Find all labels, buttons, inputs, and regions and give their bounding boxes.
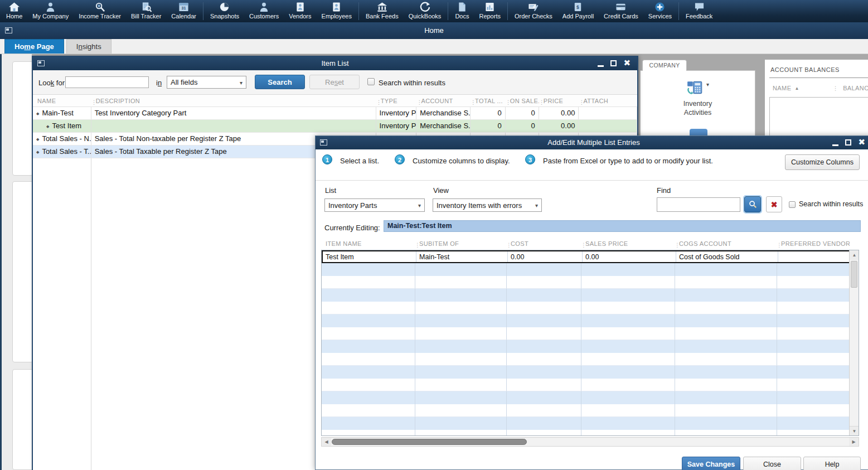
entries-cell[interactable]: [777, 391, 850, 404]
entries-cell[interactable]: [675, 327, 777, 340]
entries-cell[interactable]: [581, 327, 675, 340]
entries-cell[interactable]: [777, 353, 850, 366]
entries-cell[interactable]: [415, 276, 507, 289]
entries-cell[interactable]: [415, 430, 507, 436]
entries-cell[interactable]: [675, 391, 777, 404]
entries-cell[interactable]: [581, 430, 675, 436]
entries-cell[interactable]: [507, 353, 581, 366]
toolbar-item-quickbooks[interactable]: QuickBooks: [404, 0, 447, 22]
toolbar-item-calendar[interactable]: 31Calendar: [166, 0, 201, 22]
find-search-button[interactable]: [744, 196, 761, 212]
entries-cell[interactable]: [322, 314, 415, 327]
entries-cell[interactable]: [322, 404, 415, 417]
entries-cell[interactable]: [581, 353, 675, 366]
toolbar-item-vendors[interactable]: Vendors: [284, 0, 316, 22]
entries-cell[interactable]: [322, 327, 415, 340]
toolbar-item-feedback[interactable]: Feedback: [681, 0, 717, 22]
entries-cell[interactable]: [322, 289, 415, 302]
entries-cell[interactable]: [777, 430, 850, 436]
entries-cell[interactable]: [675, 404, 777, 417]
entries-table-empty-row[interactable]: [322, 379, 859, 391]
entries-cell[interactable]: [415, 391, 507, 404]
entries-cell[interactable]: [675, 417, 777, 430]
entries-cell[interactable]: [581, 289, 675, 302]
scrollbar-thumb[interactable]: [851, 261, 857, 288]
entries-cell[interactable]: [507, 379, 581, 391]
entries-cell[interactable]: [777, 276, 850, 289]
entries-cell[interactable]: [581, 391, 675, 404]
entries-cell[interactable]: [777, 289, 850, 302]
entries-cell[interactable]: [322, 391, 415, 404]
save-changes-button[interactable]: Save Changes: [682, 457, 740, 470]
entries-table-empty-row[interactable]: [322, 289, 859, 302]
toolbar-item-bank-feeds[interactable]: Bank Feeds: [361, 0, 404, 22]
toolbar-item-services[interactable]: Services: [643, 0, 677, 22]
column-header-total-[interactable]: ⋮TOTAL ...: [471, 95, 506, 107]
entries-cell[interactable]: [507, 430, 581, 436]
entries-cell[interactable]: [675, 366, 777, 379]
entries-cell[interactable]: [415, 340, 507, 353]
maximize-icon[interactable]: [845, 139, 851, 146]
entries-cell[interactable]: [581, 340, 675, 353]
search-within-results-checkbox[interactable]: [367, 78, 375, 85]
entries-cell[interactable]: [675, 353, 777, 366]
scroll-down-icon[interactable]: ▼: [850, 426, 859, 435]
entries-cell[interactable]: [777, 314, 850, 327]
horizontal-scrollbar[interactable]: ◀ ▶: [321, 437, 859, 447]
entries-cell[interactable]: [415, 366, 507, 379]
item-list-row[interactable]: ◆Main-TestTest Inventory Category PartIn…: [33, 107, 637, 120]
column-header-name[interactable]: NAME: [33, 95, 91, 107]
entries-cell[interactable]: [322, 430, 415, 436]
toolbar-item-employees[interactable]: Employees: [317, 0, 357, 22]
close-icon[interactable]: ✖: [858, 139, 865, 146]
column-header-on-sale-[interactable]: ⋮ON SALE...: [506, 95, 539, 107]
toolbar-item-income-tracker[interactable]: Income Tracker: [74, 0, 126, 22]
entries-table-empty-row[interactable]: [322, 302, 859, 314]
entries-cell[interactable]: [675, 302, 777, 314]
entries-table-empty-row[interactable]: [322, 417, 859, 430]
toolbar-item-my-company[interactable]: My Company: [27, 0, 74, 22]
entries-cell[interactable]: [675, 263, 777, 276]
entries-cell[interactable]: [675, 379, 777, 391]
minimize-icon[interactable]: [832, 139, 838, 146]
entries-table-empty-row[interactable]: [322, 314, 859, 327]
list-dropdown[interactable]: Inventory Parts ▾: [324, 198, 425, 212]
toolbar-item-home[interactable]: Home: [1, 0, 27, 22]
entries-cell[interactable]: [507, 263, 581, 276]
field-select-dropdown[interactable]: All fields ▾: [167, 76, 246, 89]
maximize-icon[interactable]: [610, 60, 617, 66]
entries-cell[interactable]: [507, 314, 581, 327]
entries-cell[interactable]: [675, 340, 777, 353]
reset-button[interactable]: Reset: [309, 75, 360, 89]
entries-cell[interactable]: [675, 276, 777, 289]
toolbar-item-docs[interactable]: Docs: [450, 0, 474, 22]
search-button[interactable]: Search: [255, 75, 305, 89]
toolbar-item-credit-cards[interactable]: Credit Cards: [599, 0, 643, 22]
entries-cell[interactable]: [322, 263, 415, 276]
entries-cell[interactable]: [415, 263, 507, 276]
clear-find-button[interactable]: ✖: [766, 196, 782, 212]
view-dropdown[interactable]: Inventory Items with errors ▾: [433, 198, 542, 212]
entries-cell[interactable]: 0.00: [583, 251, 676, 262]
entries-cell[interactable]: [507, 327, 581, 340]
entries-table-empty-row[interactable]: [322, 263, 859, 276]
entries-table-empty-row[interactable]: [322, 391, 859, 404]
entries-cell[interactable]: Main-Test: [416, 251, 508, 262]
column-header-item-name[interactable]: ITEM NAME: [321, 238, 415, 250]
toolbar-item-reports[interactable]: Reports: [474, 0, 506, 22]
toolbar-item-customers[interactable]: Customers: [244, 0, 284, 22]
entries-cell[interactable]: [507, 340, 581, 353]
entries-cell[interactable]: [581, 314, 675, 327]
window-menu-icon[interactable]: [5, 27, 12, 33]
tab-home-page[interactable]: Home Page: [4, 39, 64, 54]
entries-cell[interactable]: [777, 404, 850, 417]
inventory-activities-button[interactable]: ▾ Inventory Activities: [641, 80, 755, 117]
entries-cell[interactable]: [581, 276, 675, 289]
entries-table-empty-row[interactable]: [322, 366, 859, 379]
tab-insights[interactable]: Insights: [66, 39, 111, 54]
customize-columns-button[interactable]: Customize Columns: [785, 154, 860, 170]
close-icon[interactable]: ✖: [623, 60, 631, 67]
entries-cell[interactable]: [581, 417, 675, 430]
entries-cell[interactable]: [581, 302, 675, 314]
entries-table-empty-row[interactable]: [322, 276, 859, 289]
